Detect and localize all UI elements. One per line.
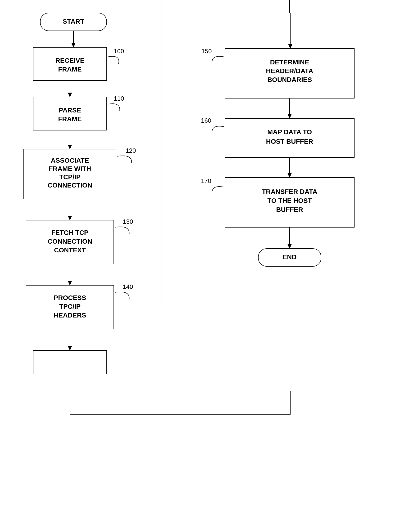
svg-marker-18 xyxy=(288,173,291,177)
map-data-label1: MAP DATA TO xyxy=(267,128,312,136)
svg-marker-5 xyxy=(68,145,72,149)
transfer-data-label1: TRANSFER DATA xyxy=(262,188,317,195)
svg-marker-3 xyxy=(68,93,72,97)
svg-marker-7 xyxy=(68,216,72,220)
receive-frame-label: RECEIVE xyxy=(55,57,85,64)
determine-boundaries-label3: BOUNDARIES xyxy=(267,76,312,83)
receive-frame-label2: FRAME xyxy=(58,66,82,73)
flowchart-diagram: START RECEIVE FRAME 100 PARSE FRAME 110 … xyxy=(0,0,405,532)
process-tpc-label1: PROCESS xyxy=(54,294,86,301)
svg-marker-9 xyxy=(68,281,72,285)
svg-marker-1 xyxy=(72,43,75,47)
label-140: 140 xyxy=(123,283,133,290)
fetch-tcp-label3: CONTEXT xyxy=(54,246,86,254)
label-100: 100 xyxy=(114,48,124,55)
process-tpc-label3: HEADERS xyxy=(54,312,86,319)
parse-frame-label: PARSE xyxy=(59,106,81,114)
associate-frame-label4: CONNECTION xyxy=(48,182,92,189)
associate-frame-label1: ASSOCIATE xyxy=(51,157,89,164)
label-120: 120 xyxy=(126,147,136,154)
end-label: END xyxy=(283,253,297,261)
start-label: START xyxy=(63,18,84,25)
svg-marker-20 xyxy=(288,244,291,249)
svg-marker-14 xyxy=(288,44,292,49)
label-110: 110 xyxy=(114,95,124,102)
svg-marker-16 xyxy=(288,114,291,118)
map-data-label2: HOST BUFFER xyxy=(266,138,313,145)
associate-frame-label2: FRAME WITH xyxy=(49,165,91,172)
parse-frame-label2: FRAME xyxy=(58,115,82,123)
fetch-tcp-label2: CONNECTION xyxy=(48,238,92,245)
label-160: 160 xyxy=(201,117,211,124)
process-tpc-label2: TPC/IP xyxy=(59,303,81,310)
associate-frame-label3: TCP/IP xyxy=(59,173,81,181)
transfer-data-label2: TO THE HOST xyxy=(267,197,312,204)
continuation-node xyxy=(33,350,107,374)
fetch-tcp-label1: FETCH TCP xyxy=(51,229,88,236)
label-170: 170 xyxy=(201,177,211,184)
determine-boundaries-label2: HEADER/DATA xyxy=(266,67,313,75)
determine-boundaries-label1: DETERMINE xyxy=(270,59,309,66)
label-150: 150 xyxy=(202,48,212,55)
label-130: 130 xyxy=(123,218,133,225)
svg-marker-11 xyxy=(68,346,72,350)
transfer-data-label3: BUFFER xyxy=(276,206,303,213)
